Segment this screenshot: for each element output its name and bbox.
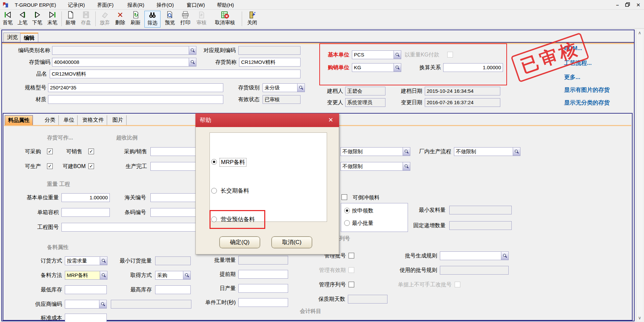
lookup-icon[interactable] (189, 46, 196, 54)
issue-by-apply-radio[interactable] (344, 208, 350, 213)
toolbar-next-button[interactable]: 下笔 (30, 11, 44, 28)
lookup-icon[interactable] (394, 64, 401, 72)
used-batch-rule-label: 使用的批号规则 (388, 266, 437, 275)
spec-field[interactable]: 250*240*35 (48, 83, 223, 92)
lookup-icon[interactable] (394, 51, 401, 59)
ok-button[interactable]: 确定(Q) (220, 237, 260, 248)
option-business-estimate-radio[interactable] (211, 216, 217, 222)
box-volume-field[interactable] (61, 208, 110, 217)
toolbar-filter-button[interactable]: 筛选 (144, 11, 160, 28)
acquire-mode-field[interactable]: 采购 (155, 271, 191, 280)
material-field[interactable] (48, 95, 223, 104)
customs-code-field[interactable] (150, 193, 198, 202)
vertical-scrollbar[interactable]: ∧ ∨ (636, 30, 643, 321)
toolbar-last-button[interactable]: 末笔 (45, 11, 60, 28)
scroll-up-icon[interactable]: ∧ (636, 30, 643, 36)
cancel-button[interactable]: 取消(C) (272, 237, 312, 248)
lead-time-field[interactable] (238, 270, 288, 279)
can-bom-checkbox[interactable]: ✓ (88, 163, 94, 169)
unit-hours-field[interactable] (238, 298, 288, 307)
issue-by-minbatch-radio[interactable] (344, 220, 350, 226)
daily-output-field[interactable] (238, 284, 288, 293)
lookup-icon[interactable] (403, 162, 410, 170)
limit-a-field[interactable]: 不做限制 (340, 147, 410, 156)
lookup-icon[interactable] (100, 271, 107, 279)
subtab-units[interactable]: 单位 (60, 115, 78, 125)
code-cat-field[interactable] (52, 46, 196, 55)
link-more[interactable]: 更多... (564, 73, 580, 81)
option-long-cycle-label[interactable]: 长交期备料 (221, 187, 249, 195)
subtab-qualification-files[interactable]: 资格文件 (79, 115, 107, 125)
option-mrp-label[interactable]: MRP备料 (220, 158, 246, 167)
link-show-with-images[interactable]: 显示有图片的存货 (564, 86, 610, 94)
tab-edit[interactable]: 编辑 (20, 33, 38, 42)
min-stock-field[interactable] (65, 285, 107, 294)
menu-report[interactable]: 报表(R) (127, 2, 144, 9)
toolbar-preview-button[interactable]: 预览 (163, 11, 177, 28)
inv-code-field[interactable]: 400400008 (52, 58, 196, 67)
can-purchase-checkbox[interactable]: ✓ (47, 149, 53, 154)
minimize-button[interactable]: – (614, 2, 621, 8)
toolbar-first-button[interactable]: 首笔 (1, 11, 15, 28)
mng-serial-checkbox[interactable] (349, 282, 354, 287)
menu-record[interactable]: 记录(R) (68, 2, 85, 9)
mng-batch-checkbox[interactable] (349, 253, 354, 258)
lookup-icon[interactable] (297, 84, 305, 92)
toolbar-delete-button[interactable]: ✕ 删除 (113, 11, 128, 28)
lookup-icon[interactable] (501, 252, 508, 260)
toolbar-refresh-button[interactable]: ↻ 刷新 (128, 11, 143, 28)
option-long-cycle-radio[interactable] (211, 188, 217, 194)
link-show-unclassified[interactable]: 显示无分类的存货 (564, 99, 610, 107)
lookup-icon[interactable] (513, 148, 520, 156)
batch-rule-field[interactable] (440, 251, 509, 260)
max-stock-field[interactable] (155, 285, 191, 294)
toolbar-add-button[interactable]: 新增 (63, 11, 78, 28)
create-date-label: 建档日期 (389, 87, 422, 95)
subtab-images[interactable]: 图片 (109, 115, 127, 125)
subtab-item-attributes[interactable]: 料品属性 (5, 115, 33, 125)
toolbar-close-button[interactable]: 关闭 (244, 11, 260, 28)
backflush-checkbox[interactable] (341, 194, 347, 200)
menu-help[interactable]: 帮助(H) (217, 2, 234, 9)
can-produce-checkbox[interactable]: ✓ (47, 163, 53, 169)
base-weight-field[interactable]: 1.00000 (61, 193, 110, 202)
menu-window[interactable]: 窗口(W) (187, 2, 205, 9)
lookup-icon[interactable] (403, 148, 410, 156)
tab-browse[interactable]: 浏览 (3, 33, 21, 42)
close-window-button[interactable]: ✕ (635, 2, 642, 8)
menu-tgroup-erp[interactable]: T-GROUP ERP(E) (15, 2, 56, 9)
toolbar-prev-button[interactable]: 上笔 (15, 11, 30, 28)
option-mrp-radio[interactable] (211, 159, 217, 165)
lookup-icon[interactable] (189, 58, 196, 66)
dialog-close-icon[interactable]: ✕ (327, 116, 334, 124)
std-cost-field[interactable] (65, 314, 107, 322)
limit-b-field[interactable]: 不做限制 (340, 162, 410, 171)
inv-level-field[interactable]: 未分级 (263, 83, 305, 92)
restore-button[interactable] (624, 2, 631, 8)
prep-method-field[interactable]: MRP备料 (65, 271, 107, 280)
factory-flow-field[interactable]: 不做限制 (454, 147, 520, 156)
subtab-classification[interactable]: 分类 (42, 115, 59, 125)
option-business-estimate-label[interactable]: 营业预估备料 (221, 216, 255, 223)
over-prod-field[interactable] (150, 162, 198, 171)
trade-unit-field[interactable]: KG (352, 63, 401, 72)
conv-rate-field[interactable]: 1.00000 (443, 63, 503, 72)
base-unit-field[interactable]: PCS (352, 50, 401, 59)
min-order-batch-label: 最小订货批量 (114, 256, 152, 265)
inv-abbr-field[interactable]: CR12MOV精料 (239, 58, 301, 67)
menu-interface[interactable]: 界面(F) (97, 2, 113, 9)
lookup-icon[interactable] (100, 257, 107, 265)
lookup-icon[interactable] (183, 271, 190, 279)
barcode-field[interactable] (150, 208, 198, 217)
drawing-no-field[interactable] (61, 223, 198, 232)
lookup-icon[interactable] (99, 300, 106, 308)
over-ps-field[interactable] (150, 147, 198, 156)
toolbar-cancel-audit-button[interactable]: 取消审核 (210, 11, 240, 28)
menu-operation[interactable]: 操作(O) (156, 2, 174, 9)
order-mode-field[interactable]: 按需求量 (65, 256, 107, 265)
toolbar-print-button[interactable]: 打印 (178, 11, 193, 28)
prod-name-field[interactable]: CR12MOV精料 (50, 70, 301, 78)
scroll-down-icon[interactable]: ∨ (636, 315, 643, 321)
supplier-code-field[interactable] (65, 300, 107, 309)
can-sell-checkbox[interactable]: ✓ (88, 149, 94, 154)
